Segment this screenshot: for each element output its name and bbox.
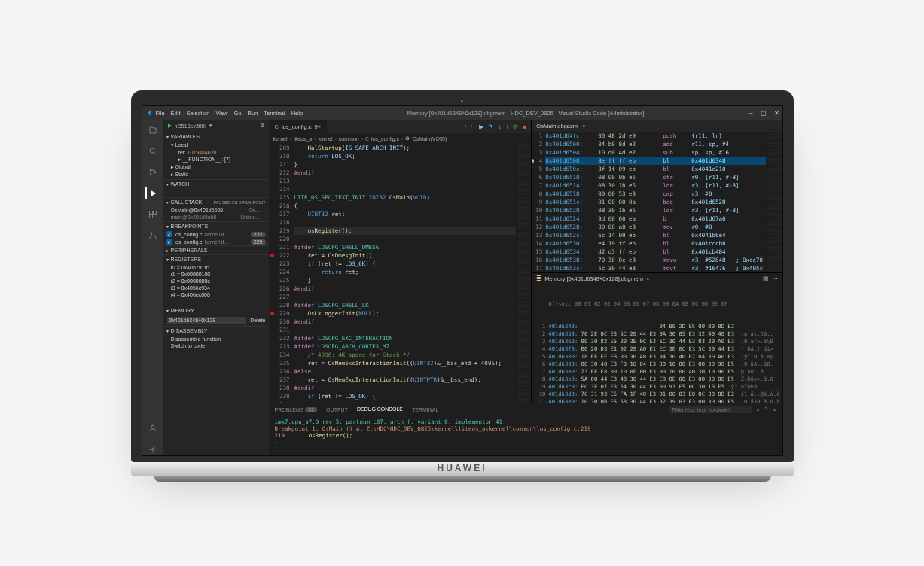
gear-icon[interactable]: ⚙: [260, 123, 264, 129]
disassembly-section[interactable]: ▾DISASSEMBLY: [163, 327, 269, 335]
disassembly-editor[interactable]: 1234▶567891011121314151617 0x401d64fc:00…: [532, 132, 782, 272]
breakpoint-item[interactable]: ✓los_config.c kernel\lit…222: [163, 230, 269, 238]
menu-go[interactable]: Go: [234, 110, 242, 117]
svg-point-3: [154, 172, 156, 173]
checkbox-icon[interactable]: ✓: [166, 231, 172, 237]
scope-local[interactable]: ▾ Local: [171, 142, 261, 149]
more-icon[interactable]: ⋯: [772, 275, 778, 282]
titlebar: File Edit Selection View Go Run Terminal…: [142, 106, 782, 120]
vscode-logo-icon: [145, 109, 153, 117]
svg-rect-5: [153, 211, 156, 215]
run-debug-icon[interactable]: [145, 187, 157, 199]
console-prompt[interactable]: ›: [275, 439, 776, 446]
checkbox-icon[interactable]: ✓: [166, 239, 172, 245]
watch-section[interactable]: ▾WATCH: [163, 180, 269, 188]
split-editor-icon[interactable]: ▥: [763, 275, 769, 282]
close-icon[interactable]: ✕: [774, 110, 779, 117]
switch-to-code-link[interactable]: Switch to code: [171, 342, 261, 349]
svg-point-1: [150, 169, 151, 171]
settings-gear-icon[interactable]: [147, 443, 159, 455]
tab-label: los_config.c: [282, 123, 312, 130]
collapse-icon[interactable]: ⌃: [764, 406, 768, 412]
svg-rect-4: [149, 211, 152, 215]
scope-static[interactable]: ▸ Static: [171, 171, 261, 178]
menu-file[interactable]: File: [156, 110, 165, 117]
panel-tab-debug-console[interactable]: DEBUG CONSOLE: [357, 406, 403, 412]
panel-tab-terminal[interactable]: TERMINAL: [412, 407, 438, 412]
clear-icon[interactable]: ≡: [756, 407, 759, 412]
console-line: imx7.cpu_a7.0 rev 5, partnum c07, arch f…: [275, 418, 776, 425]
menu-view[interactable]: View: [215, 110, 227, 117]
svg-rect-6: [149, 215, 152, 218]
close-panel-icon[interactable]: ×: [773, 407, 776, 412]
memory-delete-button[interactable]: Delete: [250, 316, 265, 324]
console-line: Breakpoint 1, OsMain () at Z:\HDC\HDC_DE…: [275, 425, 776, 432]
explorer-icon[interactable]: [147, 124, 159, 136]
var-function[interactable]: ▸ __FUNCTION__: [7]: [171, 156, 261, 163]
debug-target-label: hi3518ev300:: [175, 123, 206, 129]
chevron-down-icon: ▾: [209, 123, 212, 129]
menu-help[interactable]: Help: [291, 110, 303, 117]
debug-target-selector[interactable]: ▶ hi3518ev300: ▾ ⚙: [163, 120, 269, 132]
memory-editor-title: ≣ Memory [0x401d6348+0x128].dbgmem × ▥ ⋯: [532, 273, 782, 284]
memory-address-input[interactable]: [166, 316, 248, 324]
breakpoints-section[interactable]: ▾BREAKPOINTS: [163, 222, 269, 230]
bottom-panel: PROBLEMS 82 OUTPUT DEBUG CONSOLE TERMINA…: [269, 403, 782, 455]
register-row: r0 = 0x405791fc: [171, 264, 261, 271]
debug-console[interactable]: imx7.cpu_a7.0 rev 5, partnum c07, arch f…: [269, 415, 782, 455]
search-icon[interactable]: [147, 145, 159, 157]
menu-run[interactable]: Run: [248, 110, 258, 117]
tab-los-config[interactable]: C los_config.c 9+: [269, 120, 328, 133]
drag-handle-icon[interactable]: ⋮⋮: [462, 123, 474, 130]
menu-terminal[interactable]: Terminal: [264, 110, 285, 117]
source-editor[interactable]: 2092102112122132142152162172182192202212…: [269, 144, 532, 403]
var-ret[interactable]: ret: 1079484620: [171, 149, 261, 156]
console-filter-input[interactable]: [669, 406, 752, 413]
tab-badge: 9+: [315, 123, 322, 130]
account-icon[interactable]: [147, 422, 159, 434]
activity-bar: [142, 120, 163, 455]
memory-editor[interactable]: Offset: 00 01 02 03 04 05 06 07 08 09 0A…: [532, 284, 782, 403]
register-row: r2 = 0x0000000e: [171, 278, 261, 285]
register-row: r1 = 0x00000100: [171, 271, 261, 278]
panel-tab-output[interactable]: OUTPUT: [326, 407, 348, 412]
restart-icon[interactable]: ⟳: [513, 123, 518, 130]
peripherals-section[interactable]: ▸PERIPHERALS: [163, 246, 269, 254]
menu-bar: File Edit Selection View Go Run Terminal…: [156, 110, 303, 117]
callstack-section[interactable]: ▾CALL STACK PAUSED ON BREAKPOINT: [163, 198, 269, 206]
registers-section[interactable]: ▾REGISTERS: [163, 255, 269, 263]
scope-global[interactable]: ▸ Global: [171, 163, 261, 171]
disassemble-function-link[interactable]: Disassemble function: [171, 336, 261, 342]
memory-section[interactable]: ▾MEMORY: [163, 306, 269, 315]
register-row: r4 = 0x406ec000: [171, 291, 261, 298]
continue-icon[interactable]: ▶: [479, 123, 483, 130]
minimap[interactable]: [516, 144, 531, 403]
step-into-icon[interactable]: ↓: [498, 123, 501, 130]
maximize-icon[interactable]: ▢: [761, 110, 767, 117]
variables-section[interactable]: ▾VARIABLES: [163, 132, 269, 141]
menu-selection[interactable]: Selection: [187, 110, 210, 117]
c-file-icon: C: [275, 123, 279, 130]
extensions-icon[interactable]: [147, 208, 159, 221]
editor-tabbar-left: C los_config.c 9+ ⋮⋮ ▶ ↷ ↓ ↑: [269, 120, 532, 133]
svg-point-7: [151, 425, 154, 428]
source-control-icon[interactable]: [147, 166, 159, 178]
step-out-icon[interactable]: ↑: [505, 123, 508, 130]
minimize-icon[interactable]: ─: [749, 110, 752, 117]
register-row: r3 = 0x4056c934: [171, 285, 261, 291]
breadcrumb[interactable]: kernel› liteos_a› kernel› common› C los_…: [269, 133, 532, 144]
debug-toolbar: ⋮⋮ ▶ ↷ ↓ ↑ ⟳ ■: [458, 123, 531, 130]
callstack-frame[interactable]: OsMain@0x401d6508Os…: [171, 207, 261, 214]
editor-area: C los_config.c 9+ ⋮⋮ ▶ ↷ ↓ ↑: [269, 120, 782, 455]
stop-icon[interactable]: ■: [523, 123, 526, 130]
minimap[interactable]: [766, 132, 782, 272]
test-icon[interactable]: [147, 230, 159, 242]
breakpoint-item[interactable]: ✓los_config.c kernel\lit…229: [163, 238, 269, 245]
panel-tab-problems[interactable]: PROBLEMS 82: [275, 407, 318, 412]
menu-edit[interactable]: Edit: [171, 110, 181, 117]
svg-point-0: [150, 148, 154, 153]
console-line: 219 osRegister();: [275, 432, 776, 439]
tab-osmain-dbgasm[interactable]: OsMain.dbgasm ×: [532, 120, 782, 132]
step-over-icon[interactable]: ↷: [488, 123, 493, 130]
callstack-frame[interactable]: main@0x401d0eb0Unkno…: [171, 214, 261, 221]
